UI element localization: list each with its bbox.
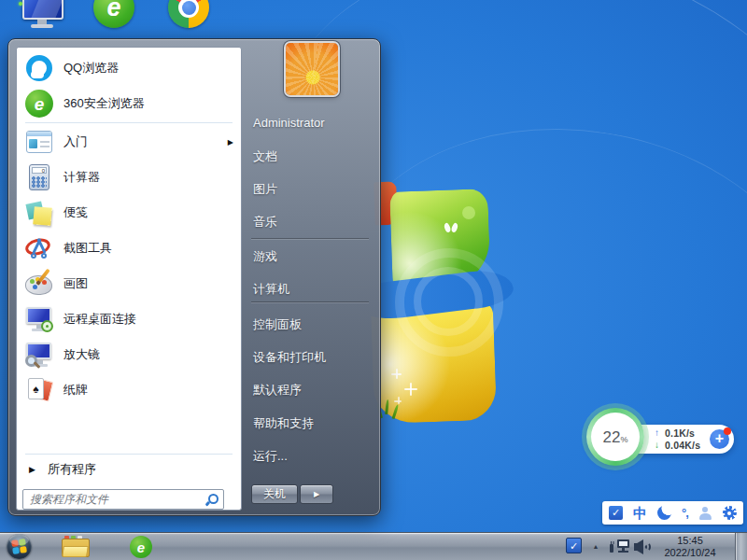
start-menu-item-devices-printers[interactable]: 设备和打印机 [253, 345, 326, 370]
sparkle-decoration [394, 397, 402, 404]
start-menu-item-360-browser[interactable]: e 360安全浏览器 [17, 86, 241, 121]
taskbar-360-browser-button[interactable]: e [130, 536, 152, 558]
shutdown-options-arrow[interactable]: ▶ [300, 484, 333, 504]
start-menu-item-magnifier[interactable]: 放大镜 [17, 337, 241, 372]
download-speed: 0.04K/s [665, 440, 700, 451]
taskbar-clock[interactable]: 15:45 2022/10/24 [654, 535, 726, 559]
all-programs-label: 所有程序 [48, 461, 96, 478]
volume-tray-icon[interactable] [634, 539, 651, 554]
ime-toolbar: ✓ 中 °, [602, 501, 743, 525]
bokeh-dot [462, 206, 475, 219]
start-menu-user-name[interactable]: Administrator [253, 111, 325, 135]
computer-power-led [19, 2, 22, 6]
search-input[interactable] [28, 492, 205, 507]
start-menu-item-music[interactable]: 音乐 [253, 210, 277, 234]
ime-mode-button[interactable]: 中 [633, 506, 647, 520]
ime-user-icon[interactable] [698, 507, 712, 520]
start-menu-item-remote-desktop[interactable]: 远程桌面连接 [17, 301, 241, 337]
folder-front [62, 546, 89, 557]
windows7-desktop: { "desktop": { "icon_names": ["computer"… [0, 0, 747, 560]
computer-base [31, 24, 53, 28]
search-icon [205, 493, 218, 506]
memory-usage-value: 22 % [591, 413, 640, 461]
solitaire-icon: ♠ [23, 374, 55, 406]
all-programs-button[interactable]: ▶ 所有程序 [17, 455, 241, 483]
item-label: QQ浏览器 [63, 60, 119, 77]
desktop-icon-360-browser[interactable]: e [93, 0, 134, 28]
clock-time: 15:45 [654, 535, 726, 547]
desktop-icon-computer[interactable] [21, 0, 65, 35]
magnifier-icon [23, 339, 55, 371]
taskbar-explorer-button[interactable] [62, 537, 90, 557]
start-menu-item-control-panel[interactable]: 控制面板 [253, 313, 302, 337]
search-box[interactable] [22, 489, 224, 510]
user-avatar[interactable] [286, 43, 338, 95]
item-label: 360安全浏览器 [63, 95, 145, 112]
separator [25, 122, 233, 123]
show-hidden-icons-button[interactable]: ▲ [588, 533, 603, 560]
sparkle-decoration [391, 369, 402, 379]
all-programs-arrow-icon: ▶ [29, 465, 35, 474]
start-menu-item-run[interactable]: 运行... [253, 444, 288, 469]
start-menu-item-snipping-tool[interactable]: 截图工具 [17, 231, 241, 266]
getting-started-icon [23, 126, 55, 158]
360-browser-icon: e [137, 540, 145, 554]
start-menu: QQ浏览器 e 360安全浏览器 入门 ▶ 0 计算器 便笺 [7, 38, 381, 516]
start-menu-item-calculator[interactable]: 0 计算器 [17, 160, 241, 195]
start-menu-item-getting-started[interactable]: 入门 ▶ [17, 124, 241, 160]
start-menu-item-help-support[interactable]: 帮助和支持 [253, 412, 314, 436]
ime-fullwidth-moon-icon[interactable] [657, 506, 671, 520]
start-menu-item-sticky-notes[interactable]: 便笺 [17, 195, 241, 231]
percent-unit: % [620, 435, 627, 444]
start-menu-item-qq-browser[interactable]: QQ浏览器 [17, 50, 241, 86]
sticky-notes-icon [23, 197, 55, 229]
360-browser-icon: e [106, 0, 120, 21]
windows-logo-icon [11, 539, 27, 554]
separator [25, 454, 233, 455]
shutdown-button[interactable]: 关机 [251, 484, 298, 504]
snipping-tool-icon [23, 232, 55, 264]
desktop-icon-chrome[interactable] [168, 0, 209, 28]
item-label: 计算器 [63, 169, 100, 186]
qq-browser-icon [23, 52, 55, 84]
left-panel-spacer [17, 408, 241, 453]
paint-icon [23, 268, 55, 300]
start-button[interactable] [7, 534, 32, 559]
start-menu-item-default-programs[interactable]: 默认程序 [253, 378, 302, 402]
upload-arrow-icon: ↑ [655, 428, 665, 438]
ime-settings-gear-icon[interactable] [723, 506, 737, 520]
remote-desktop-icon [23, 303, 55, 335]
memory-usage-ball[interactable]: 22 % [586, 408, 644, 466]
ime-punctuation-button[interactable]: °, [682, 507, 688, 519]
upload-speed: 0.1K/s [665, 427, 695, 439]
download-arrow-icon: ↓ [655, 441, 665, 450]
start-menu-left-panel: QQ浏览器 e 360安全浏览器 入门 ▶ 0 计算器 便笺 [16, 47, 242, 511]
start-menu-item-computer[interactable]: 计算机 [253, 277, 289, 301]
item-label: 截图工具 [63, 240, 112, 257]
add-button[interactable]: + [710, 429, 729, 449]
start-menu-item-paint[interactable]: 画图 [17, 266, 241, 301]
submenu-arrow-icon: ▶ [228, 138, 233, 147]
ime-status-icon[interactable]: ✓ [609, 506, 623, 520]
calculator-icon: 0 [23, 161, 55, 193]
item-label: 便笺 [63, 204, 88, 221]
item-label: 纸牌 [63, 382, 88, 399]
percent-number: 22 [603, 429, 621, 445]
butterfly-decoration [444, 222, 458, 233]
network-tray-icon[interactable] [609, 539, 629, 554]
360-browser-icon: e [23, 88, 55, 119]
separator [251, 301, 369, 302]
sparkle-decoration [404, 383, 417, 396]
show-desktop-button[interactable] [735, 533, 747, 560]
item-label: 远程桌面连接 [63, 311, 136, 328]
start-menu-item-pictures[interactable]: 图片 [253, 177, 277, 202]
bokeh-ring [414, 267, 483, 336]
start-menu-item-documents[interactable]: 文档 [253, 145, 277, 169]
tray-ime-indicator[interactable]: ✓ [566, 538, 582, 553]
item-label: 放大镜 [63, 346, 100, 363]
start-menu-item-games[interactable]: 游戏 [253, 245, 277, 269]
taskbar: e ✓ ▲ 15:45 2022/10/24 [0, 532, 747, 560]
item-label: 画图 [63, 275, 88, 292]
start-menu-item-solitaire[interactable]: ♠ 纸牌 [17, 372, 241, 408]
separator [251, 238, 369, 239]
